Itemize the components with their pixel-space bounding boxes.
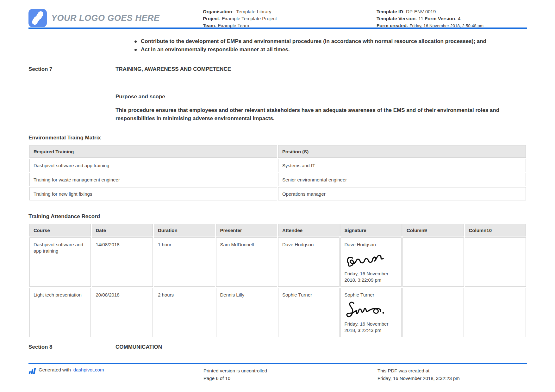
- bullet-icon: [134, 40, 137, 43]
- presenter-cell: Dennis Lilly: [216, 288, 278, 337]
- header-org-info: Organisation: Template Library Project: …: [203, 8, 277, 29]
- signature-name: Sophie Turner: [345, 292, 398, 298]
- form-version-label: Form Version:: [425, 16, 457, 21]
- form-created-line: Form created: Friday, 16 November 2018, …: [377, 22, 483, 29]
- signature-timestamp: Friday, 16 November 2018, 3:22:09 pm: [345, 271, 398, 283]
- column-header: Presenter: [216, 224, 278, 236]
- template-version-value: 11: [418, 16, 423, 21]
- form-created-value: Friday, 16 November 2018, 2:50:48 pm: [409, 23, 483, 28]
- section-7-row: Section 7 TRAINING, AWARENESS AND COMPET…: [28, 66, 555, 73]
- bullet-icon: [134, 49, 137, 51]
- form-created-label: Form created:: [377, 23, 408, 28]
- bullet-list: Contribute to the development of EMPs an…: [134, 37, 555, 54]
- table-header-row: CourseDateDurationPresenterAttendeeSigna…: [29, 224, 526, 236]
- table-header-row: Required Training Position (S): [29, 145, 526, 158]
- page-header: YOUR LOGO GOES HERE Organisation: Templa…: [28, 0, 527, 29]
- column-header-required-training: Required Training: [29, 145, 277, 158]
- column-header: Attendee: [278, 224, 340, 236]
- header-template-info: Template ID: DP-ENV-0019 Template Versio…: [377, 8, 483, 29]
- signature-image: [345, 299, 385, 320]
- footer-created: This PDF was created at Friday, 16 Novem…: [377, 367, 460, 382]
- matrix-cell: Dashpivot software and app training: [29, 159, 277, 172]
- team-value: Example Team: [218, 23, 249, 28]
- table-row: Training for new light fixingsOperations…: [29, 187, 526, 200]
- logo-placeholder-text: YOUR LOGO GOES HERE: [51, 13, 160, 23]
- form-version-value: 4: [458, 16, 460, 21]
- signature-cell: Dave Hodgson Friday, 16 November 2018, 3…: [340, 237, 402, 287]
- table-row: Dashpivot software and app training14/08…: [29, 237, 526, 287]
- company-logo-icon: [28, 9, 47, 27]
- template-version-label: Template Version:: [377, 16, 417, 21]
- footer-center: Printed version is uncontrolled Page 6 o…: [203, 367, 267, 382]
- project-value: Example Template Project: [222, 16, 277, 21]
- matrix-cell: Operations manager: [278, 187, 526, 200]
- matrix-cell: Training for new light fixings: [29, 187, 277, 200]
- uncontrolled-note: Printed version is uncontrolled: [203, 367, 267, 375]
- organisation-label: Organisation:: [203, 9, 234, 14]
- purpose-heading: Purpose and scope: [115, 94, 555, 100]
- signature-name: Dave Hodgson: [345, 242, 398, 248]
- template-id-line: Template ID: DP-ENV-0019: [377, 8, 483, 15]
- column10-cell: [465, 288, 526, 337]
- team-label: Team:: [203, 23, 216, 28]
- column-header: Column10: [465, 224, 526, 236]
- section-8-row: Section 8 COMMUNICATION: [28, 344, 555, 351]
- column-header-position: Position (S): [278, 145, 526, 158]
- dashpivot-link[interactable]: dashpivot.com: [73, 367, 104, 372]
- course-cell: Dashpivot software and app training: [29, 237, 91, 287]
- signature-cell: Sophie Turner Friday, 16 November 2018, …: [340, 288, 402, 337]
- signature-image: [345, 249, 385, 269]
- matrix-cell: Systems and IT: [278, 159, 526, 172]
- template-id-value: DP-ENV-0019: [406, 9, 436, 14]
- page-footer: Generated with dashpivot.com Printed ver…: [28, 363, 527, 375]
- organisation-value: Template Library: [236, 9, 271, 14]
- column-header: Course: [29, 224, 91, 236]
- duration-cell: 2 hours: [154, 288, 215, 337]
- matrix-cell: Senior environmental engineer: [278, 173, 526, 186]
- pdf-created-value: Friday, 16 November 2018, 3:32:23 pm: [377, 375, 460, 382]
- page-number: Page 6 of 10: [203, 375, 267, 382]
- column-header: Date: [92, 224, 153, 236]
- matrix-heading: Environmental Traing Matrix: [28, 135, 555, 141]
- column9-cell: [402, 237, 464, 287]
- section-8-label: Section 8: [28, 344, 115, 351]
- generated-with-text: Generated with: [39, 367, 71, 372]
- section-8-title: COMMUNICATION: [115, 344, 162, 351]
- organisation-line: Organisation: Template Library: [203, 8, 277, 15]
- team-line: Team: Example Team: [203, 22, 277, 29]
- bullet-text: Act in an environmentally responsible ma…: [141, 46, 290, 54]
- course-cell: Light tech presentation: [29, 288, 91, 337]
- attendee-cell: Dave Hodgson: [278, 237, 340, 287]
- signature-timestamp: Friday, 16 November 2018, 3:22:43 pm: [345, 321, 398, 334]
- attendance-heading: Training Attendance Record: [28, 213, 555, 220]
- date-cell: 20/08/2018: [92, 288, 153, 337]
- training-attendance-record-table: CourseDateDurationPresenterAttendeeSigna…: [28, 223, 527, 338]
- list-item: Contribute to the development of EMPs an…: [134, 37, 555, 46]
- pdf-created-label: This PDF was created at: [377, 367, 460, 375]
- column-header: Signature: [340, 224, 402, 236]
- duration-cell: 1 hour: [154, 237, 215, 287]
- presenter-cell: Sam MdDonnell: [216, 237, 278, 287]
- column9-cell: [402, 288, 464, 337]
- project-label: Project:: [203, 16, 221, 21]
- column-header: Duration: [154, 224, 215, 236]
- project-line: Project: Example Template Project: [203, 15, 277, 22]
- attendee-cell: Sophie Turner: [278, 288, 340, 337]
- environmental-training-matrix-table: Required Training Position (S) Dashpivot…: [28, 144, 527, 201]
- pdf-page: YOUR LOGO GOES HERE Organisation: Templa…: [0, 0, 555, 392]
- bullet-text: Contribute to the development of EMPs an…: [141, 37, 486, 46]
- table-row: Light tech presentation20/08/20182 hours…: [29, 288, 526, 337]
- matrix-cell: Training for waste management engineer: [29, 173, 277, 186]
- section-7-title: TRAINING, AWARENESS AND COMPETENCE: [115, 66, 231, 73]
- version-line: Template Version: 11 Form Version: 4: [377, 15, 483, 22]
- dashpivot-bars-icon: [28, 367, 36, 375]
- table-row: Training for waste management engineerSe…: [29, 173, 526, 186]
- column-header: Column9: [402, 224, 464, 236]
- date-cell: 14/08/2018: [92, 237, 153, 287]
- section-7-label: Section 7: [28, 66, 115, 73]
- list-item: Act in an environmentally responsible ma…: [134, 46, 555, 54]
- purpose-paragraph: This procedure ensures that employees an…: [115, 106, 517, 123]
- column10-cell: [465, 237, 526, 287]
- table-row: Dashpivot software and app trainingSyste…: [29, 159, 526, 172]
- template-id-label: Template ID:: [377, 9, 405, 14]
